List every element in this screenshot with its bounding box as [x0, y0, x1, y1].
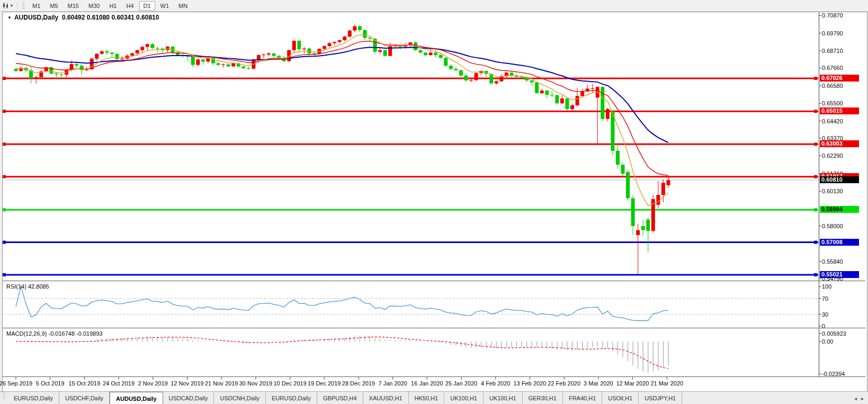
rsi-indicator-label: RSI(14) 42.8085: [6, 283, 49, 290]
macd-indicator-label: MACD(12,26,9) -0.016748 -0.019893: [6, 330, 103, 337]
tab-usdcnh-daily-4[interactable]: USDCNH,Daily: [214, 392, 266, 404]
price-axis-label: 0.60130: [822, 188, 843, 194]
macd-values: -0.016748 -0.019893: [48, 330, 102, 337]
date-axis-label: 21 Mar 2020: [645, 380, 689, 387]
price-axis-label: 0.70870: [822, 12, 843, 19]
rsi-axis-label: 100: [822, 283, 831, 290]
price-axis-label: 0.68710: [822, 48, 843, 54]
price-axis-label: 0.55840: [822, 258, 843, 265]
rsi-axis-label: 0: [822, 323, 825, 329]
chart-canvas[interactable]: [0, 0, 868, 391]
macd-axis-label: 0.00: [822, 338, 833, 345]
tab-xauusd-h1-7[interactable]: XAUUSD,H1: [363, 392, 409, 404]
price-tag-current: 0.60810: [820, 176, 859, 183]
price-axis-label: 0.62290: [822, 152, 843, 159]
price-tag-level: 0.57008: [820, 239, 859, 246]
chart-menu-caret-icon[interactable]: ▼: [7, 15, 12, 20]
tab-scroll-left-icon[interactable]: ◂: [854, 396, 857, 401]
tab-audusd-daily-2[interactable]: AUDUSD,Daily: [110, 392, 163, 404]
chart-symbol-label: AUDUSD,Daily: [14, 14, 58, 21]
chart-tabs: EURUSD,DailyUSDCHF,DailyAUDUSD,DailyUSDC…: [8, 392, 682, 404]
tab-usdchf-daily-1[interactable]: USDCHF,Daily: [59, 392, 110, 404]
price-tag-level: 0.55021: [820, 271, 859, 278]
chart-ohlc-values: 0.60492 0.61080 0.60341 0.60810: [62, 14, 159, 21]
price-axis-label: 0.66580: [822, 83, 843, 89]
price-axis-label: 0.69790: [822, 30, 843, 37]
tab-eurusd-daily-5[interactable]: EURUSD,Daily: [266, 392, 317, 404]
price-tag-level: 0.58994: [820, 206, 859, 213]
rsi-name: RSI(14): [6, 283, 26, 290]
macd-name: MACD(12,26,9): [6, 330, 47, 337]
tab-usdjpy-h1-14[interactable]: USDJPY,H1: [639, 392, 682, 404]
tab-ger30-h1-11[interactable]: GER30,H1: [523, 392, 563, 404]
price-axis-label: 0.58000: [822, 223, 843, 229]
chart-title: ▼AUDUSD,Daily 0.60492 0.61080 0.60341 0.…: [7, 14, 159, 21]
rsi-value: 42.8085: [28, 283, 49, 290]
tab-gbpusd-h4-6[interactable]: GBPUSD,H4: [317, 392, 363, 404]
price-axis-label: 0.64420: [822, 118, 843, 124]
price-tag-level: 0.67026: [820, 75, 859, 82]
price-axis-label: 0.65500: [822, 100, 843, 106]
tab-uk100-h1-10[interactable]: UK100,H1: [484, 392, 523, 404]
tab-uk100-h1-9[interactable]: UK100,H1: [444, 392, 484, 404]
tabbar-drag-grip[interactable]: [3, 392, 5, 399]
chart-tab-bar: EURUSD,DailyUSDCHF,DailyAUDUSD,DailyUSDC…: [0, 391, 868, 404]
tab-usdcad-daily-3[interactable]: USDCAD,Daily: [163, 392, 214, 404]
price-tag-level: 0.63003: [820, 140, 859, 147]
tab-eurusd-daily-0[interactable]: EURUSD,Daily: [8, 392, 59, 404]
macd-axis-label: 0.005923: [822, 330, 846, 337]
macd-axis-label: -0.02394: [822, 371, 845, 377]
tab-usoil-h1-13[interactable]: USOil,H1: [602, 392, 639, 404]
rsi-axis-label: 30: [822, 311, 828, 318]
trading-terminal: ▾ M1M5M15M30H1H4D1W1MN ▼AUDUSD,Daily 0.6…: [0, 0, 868, 404]
rsi-axis-label: 70: [822, 295, 828, 302]
tab-scroll-right-icon[interactable]: ▸: [861, 396, 864, 401]
price-axis-label: 0.67660: [822, 65, 843, 71]
tab-hk50-h1-8[interactable]: HK50,H1: [409, 392, 445, 404]
price-tag-level: 0.65015: [820, 107, 859, 114]
tab-scroll-controls: ◂ ▸: [850, 392, 868, 404]
tab-fra40-h1-12[interactable]: FRA40,H1: [563, 392, 602, 404]
